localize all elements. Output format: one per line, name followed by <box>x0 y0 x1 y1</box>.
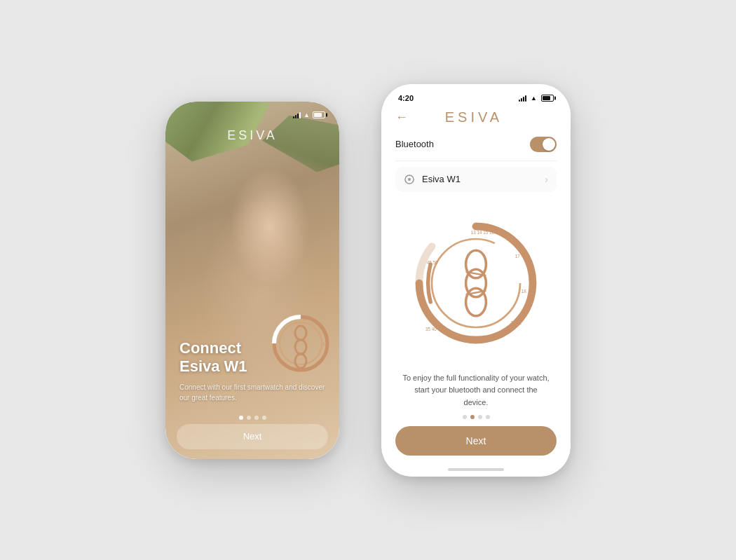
signal-icon <box>293 111 301 118</box>
phone-2-mockup: 4:20 ▲ ← ESIVA Blueto <box>381 84 571 477</box>
watch-graphic: 13 14 15 16 17 18 20 21 35 40 11 45 50 <box>395 192 557 372</box>
dot2-2 <box>470 415 475 419</box>
dot-4 <box>262 416 266 420</box>
wifi-icon: ▲ <box>304 111 310 118</box>
toggle-knob <box>543 138 555 151</box>
svg-text:11: 11 <box>418 292 423 296</box>
dot2-3 <box>478 415 482 419</box>
onboarding-content: Connect Esiva W1 Connect with our first … <box>165 339 339 403</box>
dot-2 <box>247 416 251 420</box>
pagination-dots-2 <box>395 415 557 419</box>
wifi-icon-2: ▲ <box>531 95 537 102</box>
onboarding-title: Connect Esiva W1 <box>179 339 325 376</box>
svg-text:13 14 15 16: 13 14 15 16 <box>471 230 495 235</box>
next-button[interactable]: Next <box>177 424 328 449</box>
app-logo-2: ESIVA <box>408 109 540 125</box>
dot-3 <box>254 416 259 420</box>
nav-bar: ← ESIVA <box>381 105 571 128</box>
dot-1 <box>239 416 243 420</box>
phone-1-mockup: ▲ ESIVA 12 3 6 <box>165 102 339 459</box>
person-image <box>165 102 339 459</box>
home-indicator <box>448 468 504 471</box>
svg-point-9 <box>408 178 411 181</box>
description-text: To enjoy the full functionality of your … <box>395 372 557 409</box>
battery-icon-2 <box>541 95 554 102</box>
device-icon <box>404 174 415 185</box>
battery-icon <box>313 111 325 118</box>
dot2-1 <box>463 415 467 419</box>
svg-point-2 <box>295 326 306 340</box>
bluetooth-row: Bluetooth <box>395 128 557 161</box>
screen-body: Bluetooth Esiva W1 › <box>381 128 571 426</box>
dot2-4 <box>486 415 490 419</box>
svg-point-10 <box>432 239 520 327</box>
device-row[interactable]: Esiva W1 › <box>395 167 557 192</box>
signal-icon-2 <box>519 95 526 102</box>
app-logo: ESIVA <box>165 128 339 143</box>
next-button-2[interactable]: Next <box>395 426 557 456</box>
back-button[interactable]: ← <box>395 110 408 125</box>
svg-text:17: 17 <box>515 254 521 259</box>
chevron-right-icon: › <box>545 174 548 185</box>
svg-text:12: 12 <box>303 317 307 321</box>
svg-text:20 21: 20 21 <box>511 320 522 325</box>
bluetooth-label: Bluetooth <box>395 139 434 149</box>
bluetooth-toggle[interactable] <box>530 137 557 152</box>
pagination-dots <box>165 416 339 420</box>
svg-text:18: 18 <box>522 289 527 294</box>
status-bar-2: 4:20 ▲ <box>381 84 571 105</box>
svg-text:45 50: 45 50 <box>427 260 438 265</box>
device-name: Esiva W1 <box>422 174 545 184</box>
time-display: 4:20 <box>398 94 414 102</box>
status-bar: ▲ <box>165 111 339 118</box>
svg-text:35 40: 35 40 <box>425 327 437 332</box>
onboarding-subtitle: Connect with our first smartwatch and di… <box>179 382 325 403</box>
